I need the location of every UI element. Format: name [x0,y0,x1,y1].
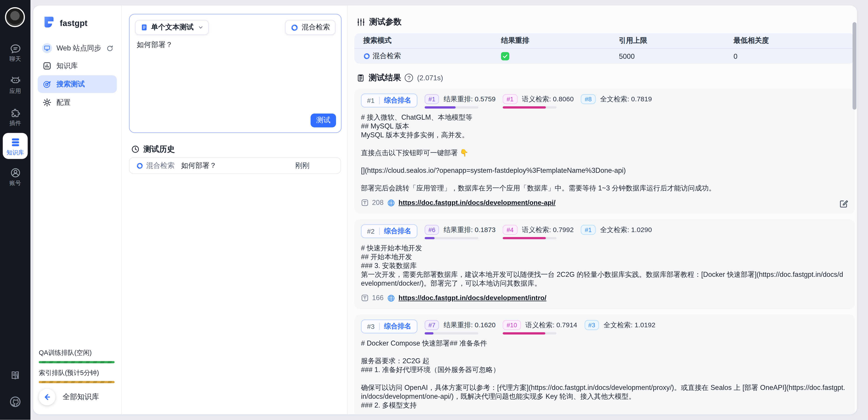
main-container: fastgpt Web 站点同步 [33,5,857,414]
rail-item-datasets[interactable]: 知识库 [3,133,28,159]
user-avatar[interactable] [5,7,25,27]
sidebar-item-label: 知识库 [57,61,78,71]
sidebar-item-web-sync[interactable]: Web 站点同步 [37,40,117,56]
metric-rank: #1 [503,94,518,104]
history-mode: 混合检索 [146,161,174,170]
retrieval-mode-button[interactable]: 混合检索 [285,20,336,35]
sidebar-item-search-test[interactable]: 搜索测试 [37,75,117,93]
rank-badge: #2 综合排名 [361,224,417,238]
github-icon[interactable] [0,395,31,408]
dataset-sidebar: fastgpt Web 站点同步 [33,5,122,414]
rail-item-label: 账号 [9,179,21,186]
rank-number: #2 [367,227,375,235]
col-rerank: 结果重排 [501,36,619,46]
token-icon [361,199,369,207]
history-time: 刚刚 [295,161,310,170]
fulltext-metric: #8 全文检索: 0.7819 [581,94,652,104]
edit-icon[interactable] [839,199,848,208]
sidebar-footer: QA训练排队(空闲) 索引排队(预计5分钟) 全部知识库 [39,348,115,414]
semantic-metric: #10 语义检索: 0.7914 [503,320,577,334]
metric-rank: #7 [425,320,439,330]
result-content: # 快速开始本地开发 ## 开始本地开发 ### 3. 安装数据库 第一次开发，… [361,244,846,288]
robot-icon [10,75,21,86]
sidebar-item-dataset[interactable]: 知识库 [37,58,117,74]
badge-divider [379,323,379,330]
metric-rank: #3 [585,320,599,330]
rail-item-label: 应用 [9,88,21,94]
rank-number: #1 [367,97,375,104]
metric-rank: #1 [425,94,439,104]
rail-item-plugins[interactable]: 插件 [0,108,31,126]
sidebar-item-label: 配置 [57,98,71,107]
rank-badge: #3 综合排名 [361,320,417,333]
result-card: #3 综合排名 #7 结果重排: 0.1620 [354,314,855,414]
clock-icon [131,145,140,154]
brand: fastgpt [33,5,121,30]
semantic-score-bar [503,237,557,239]
puzzle-icon [10,108,21,119]
index-queue-label: 索引排队(预计5分钟) [39,369,115,378]
rerank-metric: #7 结果重排: 0.1620 [425,320,496,334]
history-query: 如何部署？ [181,161,295,170]
result-content: # Docker Compose 快速部署## 准备条件 服务器要求：2C2G … [361,339,846,414]
scrollbar-thumb[interactable] [852,22,857,110]
semantic-metric: #1 语义检索: 0.8060 [503,94,574,109]
metric-rank: #10 [503,320,521,330]
param-quote-limit: 5000 [619,52,734,60]
history-item[interactable]: 混合检索 如何部署？ 刚刚 [129,157,341,174]
rerank-metric: #1 结果重排: 0.5759 [425,94,496,109]
sliders-icon [356,18,365,26]
results-duration: (2.071s) [417,74,443,82]
run-test-button[interactable]: 测试 [311,114,336,127]
document-icon [141,24,148,31]
arrow-left-icon[interactable] [39,389,55,405]
help-icon[interactable]: ? [405,74,413,82]
qa-queue-bar [39,361,115,363]
result-card: #1 综合排名 #1 结果重排: 0.5759 [354,89,855,214]
test-input-panel: 单个文本测试 [122,5,348,414]
semantic-metric: #4 语义检索: 0.7992 [503,224,574,239]
params-header: 测试参数 [356,17,402,27]
rerank-metric: #6 结果重排: 0.1873 [425,224,496,239]
qa-queue-label: QA训练排队(空闲) [39,349,115,358]
rank-badge: #1 综合排名 [361,94,417,108]
hybrid-search-icon [136,162,143,169]
col-search-mode: 搜索模式 [363,36,501,46]
rerank-score-bar [425,106,478,109]
metric-rank: #1 [581,225,595,235]
source-link[interactable]: https://doc.fastgpt.in/docs/development/… [399,199,556,207]
docs-icon[interactable] [0,370,31,382]
param-mode-label: 混合检索 [373,52,401,61]
refresh-icon[interactable] [106,44,114,52]
sidebar-menu: Web 站点同步 知识库 [33,40,121,111]
history-title: 测试历史 [143,144,175,155]
rail-item-chat[interactable]: 聊天 [0,43,31,62]
gear-icon [42,97,52,108]
results-panel: 测试参数 搜索模式 结果重排 引用上限 最低相关度 [348,5,857,414]
result-footer: 208 https://doc.fastgpt.in/docs/developm… [361,197,846,208]
result-footer: 166 https://doc.fastgpt.in/docs/developm… [361,293,846,303]
result-card: #2 综合排名 #6 结果重排: 0.1873 [354,219,855,309]
rail-item-account[interactable]: 账号 [0,167,31,186]
globe-icon [387,199,395,207]
test-mode-select[interactable]: 单个文本测试 [135,20,209,35]
metric-rank: #8 [581,94,595,104]
rail-item-apps[interactable]: 应用 [0,75,31,94]
rail-item-label: 插件 [9,120,21,126]
rerank-score-bar [425,237,478,239]
chat-icon [10,43,21,54]
sidebar-item-config[interactable]: 配置 [37,94,117,111]
chevron-down-icon [198,25,203,30]
index-queue-bar [39,381,115,383]
params-table: 搜索模式 结果重排 引用上限 最低相关度 [354,33,855,64]
query-input[interactable]: 如何部署？ [129,35,341,50]
rank-number: #3 [367,323,375,330]
result-cards: #1 综合排名 #1 结果重排: 0.5759 [354,89,855,414]
back-to-datasets[interactable]: 全部知识库 [39,389,115,405]
badge-divider [379,97,379,104]
clipboard-icon [356,74,365,82]
param-search-mode: 混合检索 [363,52,501,61]
retrieval-mode-label: 混合检索 [302,23,330,32]
source-link[interactable]: https://doc.fastgpt.in/docs/development/… [399,294,547,302]
rerank-checkbox[interactable] [501,52,509,60]
